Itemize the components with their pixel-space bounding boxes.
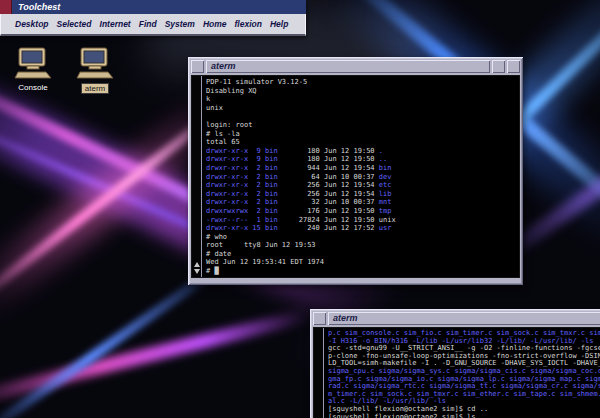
toolchest-grip[interactable] — [0, 0, 12, 14]
desktop-icon-aterm[interactable]: aterm — [70, 46, 120, 94]
window-title-bar[interactable]: aterm — [191, 60, 520, 73]
terminal-line: # who — [206, 233, 518, 242]
maximize-button[interactable] — [507, 60, 520, 73]
terminal-line: drwxr-xr-x 2 bin 944 Jun 12 19:54 bin — [206, 164, 518, 173]
toolchest-title-bar[interactable]: Toolchest — [0, 0, 306, 14]
terminal-line: unix — [206, 104, 518, 113]
terminal-line: root tty8 Jun 12 19:53 — [206, 241, 518, 250]
desktop-icon-console[interactable]: Console — [8, 46, 58, 94]
terminal2-screen[interactable]: p.c sim_console.c sim_fio.c sim_timer.c … — [324, 328, 600, 418]
terminal-line: drwxr-xr-x 15 bin 240 Jun 12 17:52 usr — [206, 224, 518, 233]
terminal-window-main: aterm PDP-11 simulator V3.12-5Disabling … — [188, 57, 523, 285]
terminal-line: Disabling XQ — [206, 87, 518, 96]
terminal-scrollbar[interactable] — [314, 328, 324, 418]
minimize-button[interactable] — [492, 60, 505, 73]
terminal-line: -rwxr--r-- 1 bin 27824 Jun 12 19:50 unix — [206, 216, 518, 225]
terminal-line: Wed Jun 12 19:53:41 EDT 1974 — [206, 258, 518, 267]
menu-item-internet[interactable]: Internet — [100, 19, 131, 29]
toolchest-menu: DesktopSelectedInternetFindSystemHomefle… — [0, 14, 306, 36]
window-title: aterm — [328, 312, 600, 325]
scroll-down-arrow[interactable] — [194, 269, 200, 274]
terminal-line: [sguyshell flexion@octane2 sim]$ ls — [328, 414, 600, 418]
toolchest-title: Toolchest — [12, 0, 306, 14]
terminal-line: drwxr-xr-x 2 bin 64 Jun 10 00:37 dev — [206, 173, 518, 182]
desktop: Toolchest DesktopSelectedInternetFindSys… — [0, 0, 600, 418]
desktop-icon-label: Console — [18, 83, 47, 92]
menu-item-system[interactable]: System — [165, 19, 195, 29]
terminal-line: drwxr-xr-x 2 bin 256 Jun 12 19:54 lib — [206, 190, 518, 199]
desktop-icons: Console aterm — [8, 46, 120, 94]
terminal-line: # date — [206, 250, 518, 259]
desktop-icon-label: aterm — [81, 83, 109, 94]
menu-item-help[interactable]: Help — [270, 19, 288, 29]
terminal-line: # █ — [206, 267, 518, 276]
window-title: aterm — [206, 60, 490, 73]
terminal-line: total 65 — [206, 138, 518, 147]
terminal-line: drwxr-xr-x 2 bin 32 Jun 10 00:37 mnt — [206, 198, 518, 207]
terminal-line: drwxrwxrwx 2 bin 176 Jun 12 19:50 tmp — [206, 207, 518, 216]
terminal-line: drwxr-xr-x 9 bin 180 Jun 12 19:50 .. — [206, 155, 518, 164]
menu-item-flexion[interactable]: flexion — [235, 19, 262, 29]
toolchest: Toolchest DesktopSelectedInternetFindSys… — [0, 0, 306, 36]
menu-item-find[interactable]: Find — [139, 19, 157, 29]
menu-item-home[interactable]: Home — [203, 19, 227, 29]
window-menu-button[interactable] — [313, 312, 326, 325]
terminal-line: k — [206, 95, 518, 104]
wallpaper-streak — [0, 308, 311, 409]
scroll-up-arrow[interactable] — [194, 262, 200, 267]
terminal1-screen[interactable]: PDP-11 simulator V3.12-5Disabling XQkuni… — [202, 76, 519, 277]
terminal-line: PDP-11 simulator V3.12-5 — [206, 78, 518, 87]
menu-item-desktop[interactable]: Desktop — [15, 19, 49, 29]
terminal-line: drwxr-xr-x 9 bin 180 Jun 12 19:50 . — [206, 147, 518, 156]
terminal-scrollbar[interactable] — [192, 76, 202, 277]
window-title-bar[interactable]: aterm — [313, 312, 600, 325]
workstation-icon — [13, 46, 53, 82]
terminal-line — [206, 112, 518, 121]
workstation-icon — [75, 46, 115, 82]
terminal-window-bottom: aterm p.c sim_console.c sim_fio.c sim_ti… — [310, 309, 600, 418]
terminal-line: # ls -la — [206, 130, 518, 139]
terminal-line: login: root — [206, 121, 518, 130]
menu-item-selected[interactable]: Selected — [57, 19, 92, 29]
window-menu-button[interactable] — [191, 60, 204, 73]
terminal-line: drwxr-xr-x 2 bin 256 Jun 12 19:54 etc — [206, 181, 518, 190]
